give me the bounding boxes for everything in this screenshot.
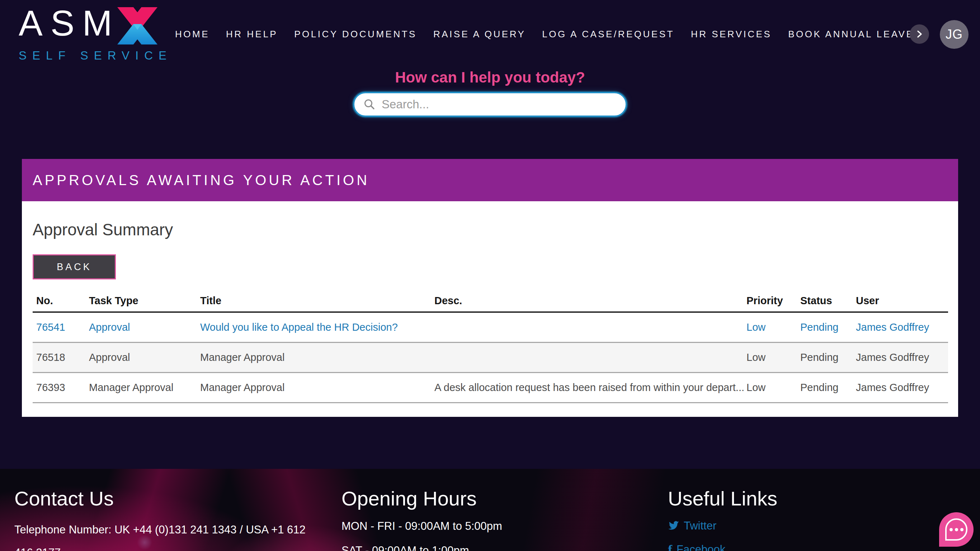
- cell-title: Manager Approval: [200, 382, 434, 393]
- facebook-icon: f: [668, 543, 672, 551]
- approval-summary-panel: Approval Summary BACK No. Task Type Titl…: [22, 201, 958, 417]
- contact-telephone: Telephone Number: UK +44 (0)131 241 1343…: [14, 518, 309, 551]
- approvals-table: No. Task Type Title Desc. Priority Statu…: [33, 290, 948, 403]
- cell-task-type[interactable]: Approval: [89, 322, 200, 333]
- table-row[interactable]: 76393 Manager Approval Manager Approval …: [33, 373, 948, 403]
- chat-widget-button[interactable]: [939, 512, 974, 547]
- avatar-initials: JG: [945, 27, 963, 42]
- back-button[interactable]: BACK: [33, 254, 116, 279]
- brand-tagline: SELF SERVICE: [19, 49, 172, 62]
- nav-item-log-a-case[interactable]: LOG A CASE/REQUEST: [542, 29, 675, 40]
- table-header-row: No. Task Type Title Desc. Priority Statu…: [33, 290, 948, 313]
- hero-heading: How can I help you today?: [0, 69, 980, 86]
- brand-x-icon: [117, 7, 158, 46]
- approvals-banner-title: APPROVALS AWAITING YOUR ACTION: [33, 172, 369, 188]
- nav-item-home[interactable]: HOME: [175, 29, 210, 40]
- col-header-title: Title: [200, 295, 434, 307]
- nav-scroll-more-button[interactable]: [910, 24, 929, 44]
- cell-no: 76518: [33, 352, 89, 363]
- cell-priority: Low: [746, 382, 800, 393]
- cell-title[interactable]: Would you like to Appeal the HR Decision…: [200, 322, 434, 333]
- nav-item-hr-services[interactable]: HR SERVICES: [691, 29, 772, 40]
- cell-priority[interactable]: Low: [746, 322, 800, 333]
- footer: Contact Us Telephone Number: UK +44 (0)1…: [0, 469, 980, 551]
- nav-item-book-annual-leave[interactable]: BOOK ANNUAL LEAVE: [788, 29, 914, 40]
- nav-item-hr-help[interactable]: HR HELP: [226, 29, 278, 40]
- cell-user[interactable]: James Godffrey: [856, 322, 948, 333]
- cell-priority: Low: [746, 352, 800, 363]
- search-box[interactable]: [353, 92, 627, 117]
- facebook-label: Facebook: [676, 543, 725, 551]
- col-header-user: User: [856, 295, 948, 307]
- chat-bubble-icon: [945, 518, 967, 541]
- footer-hours-section: Opening Hours MON - FRI - 09:00AM to 5:0…: [342, 487, 628, 551]
- cell-no: 76393: [33, 382, 89, 393]
- col-header-priority: Priority: [746, 295, 800, 307]
- main-nav: HOME HR HELP POLICY DOCUMENTS RAISE A QU…: [175, 0, 921, 68]
- cell-user: James Godffrey: [856, 382, 948, 393]
- search-icon: [363, 98, 376, 111]
- cell-no[interactable]: 76541: [33, 322, 89, 333]
- col-header-desc: Desc.: [434, 295, 746, 307]
- cell-status[interactable]: Pending: [800, 322, 856, 333]
- cell-status: Pending: [800, 382, 856, 393]
- search-input[interactable]: [382, 97, 617, 111]
- cell-task-type: Approval: [89, 352, 200, 363]
- top-navbar: ASM SELF SERVICE HOME HR HELP: [0, 0, 980, 68]
- contact-us-heading: Contact Us: [14, 487, 309, 510]
- twitter-label: Twitter: [684, 519, 716, 532]
- user-avatar[interactable]: JG: [940, 20, 969, 49]
- brand-logo[interactable]: ASM SELF SERVICE: [19, 3, 172, 62]
- col-header-task-type: Task Type: [89, 295, 200, 307]
- nav-item-raise-a-query[interactable]: RAISE A QUERY: [433, 29, 525, 40]
- cell-title: Manager Approval: [200, 352, 434, 363]
- hours-saturday: SAT - 09:00AM to 1:00pm: [342, 544, 628, 551]
- approvals-banner: APPROVALS AWAITING YOUR ACTION: [22, 159, 958, 201]
- opening-hours-heading: Opening Hours: [342, 487, 628, 510]
- table-row[interactable]: 76541 Approval Would you like to Appeal …: [33, 313, 948, 343]
- hours-weekday: MON - FRI - 09:00AM to 5:00pm: [342, 520, 628, 533]
- cell-status: Pending: [800, 352, 856, 363]
- twitter-link[interactable]: Twitter: [668, 518, 883, 533]
- col-header-no: No.: [33, 295, 89, 307]
- cell-desc: A desk allocation request has been raise…: [434, 382, 746, 393]
- footer-contact-section: Contact Us Telephone Number: UK +44 (0)1…: [14, 487, 309, 551]
- approval-summary-title: Approval Summary: [33, 220, 173, 239]
- cell-task-type: Manager Approval: [89, 382, 200, 393]
- useful-links-heading: Useful Links: [668, 487, 883, 510]
- chevron-right-icon: [914, 29, 924, 39]
- cell-user: James Godffrey: [856, 352, 948, 363]
- nav-item-policy-documents[interactable]: POLICY DOCUMENTS: [294, 29, 417, 40]
- twitter-icon: [668, 521, 679, 531]
- table-row[interactable]: 76518 Approval Manager Approval Low Pend…: [33, 343, 948, 373]
- brand-name: ASM: [19, 3, 120, 42]
- footer-links-section: Useful Links Twitter f Facebook: [668, 487, 883, 551]
- col-header-status: Status: [800, 295, 856, 307]
- facebook-link[interactable]: f Facebook: [668, 542, 883, 551]
